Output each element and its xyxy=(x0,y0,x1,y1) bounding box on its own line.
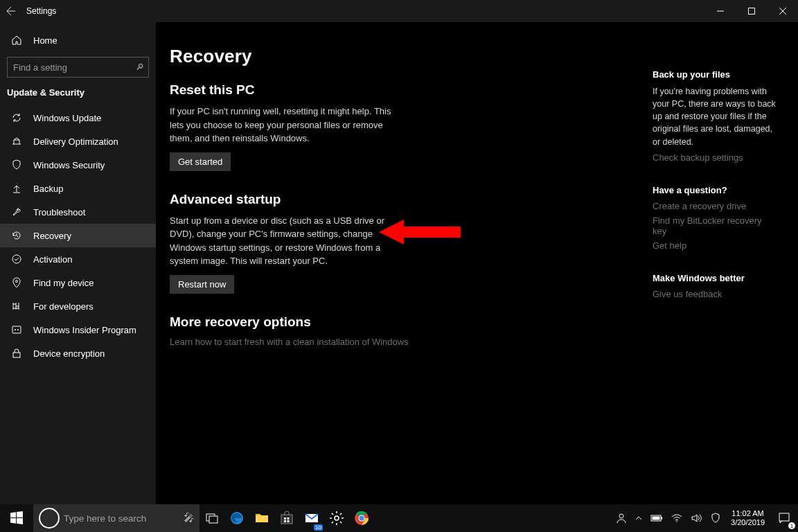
backup-icon xyxy=(11,183,22,194)
sync-icon xyxy=(11,112,22,123)
sidebar-item-label: Troubleshoot xyxy=(33,207,85,218)
svg-rect-3 xyxy=(12,326,21,333)
right-column: Back up your files If you're having prob… xyxy=(653,69,777,321)
mail-badge: 10 xyxy=(314,524,323,531)
sidebar-item-delivery-optimization[interactable]: Delivery Optimization xyxy=(0,130,156,153)
taskbar-app-chrome[interactable] xyxy=(349,504,374,532)
sidebar-item-windows-insider-program[interactable]: Windows Insider Program xyxy=(0,318,156,342)
close-button[interactable] xyxy=(767,0,798,22)
search-input[interactable] xyxy=(13,62,136,73)
battery-icon xyxy=(650,514,663,522)
advanced-text: Start up from a device or disc (such as … xyxy=(170,214,405,268)
sidebar-item-backup[interactable]: Backup xyxy=(0,177,156,200)
question-link[interactable]: Create a recovery drive xyxy=(653,201,777,211)
taskbar: Type here to search 🎤︎ 10 11:02 AM 3/20/… xyxy=(0,504,798,532)
tray-overflow[interactable] xyxy=(631,504,646,532)
tray-battery[interactable] xyxy=(646,504,667,532)
reset-heading: Reset this PC xyxy=(170,82,599,98)
question-link[interactable]: Get help xyxy=(653,240,777,251)
advanced-restart-now-button[interactable]: Restart now xyxy=(170,275,234,294)
sidebar-item-label: Activation xyxy=(33,254,72,265)
question-link[interactable]: Find my BitLocker recovery key xyxy=(653,215,777,236)
settings-window: Settings Home 🔍︎ Update & Security Windo… xyxy=(0,0,798,504)
svg-rect-13 xyxy=(287,517,290,520)
sidebar-nav: Windows Update Delivery Optimization Win… xyxy=(0,106,156,504)
taskview-button[interactable] xyxy=(200,504,224,532)
svg-point-2 xyxy=(16,281,18,283)
windows-icon xyxy=(8,510,25,526)
clock-time: 11:02 AM xyxy=(732,509,763,518)
system-tray: 11:02 AM 3/20/2019 1 xyxy=(612,504,798,532)
developer-icon xyxy=(11,301,22,312)
page-title: Recovery xyxy=(170,46,599,67)
taskbar-app-store[interactable] xyxy=(274,504,299,532)
chrome-icon xyxy=(353,510,370,526)
sidebar-item-label: Delivery Optimization xyxy=(33,136,118,147)
svg-point-25 xyxy=(676,521,677,522)
taskbar-app-mail[interactable]: 10 xyxy=(299,504,324,532)
tray-wifi[interactable] xyxy=(667,504,686,532)
edge-icon xyxy=(229,510,245,526)
question-block: Have a question? Create a recovery drive… xyxy=(653,185,777,251)
mic-icon[interactable]: 🎤︎ xyxy=(179,512,200,524)
feedback-link[interactable]: Give us feedback xyxy=(653,289,777,299)
taskbar-app-settings[interactable] xyxy=(324,504,349,532)
people-icon xyxy=(616,513,627,524)
notification-badge: 1 xyxy=(788,522,795,529)
svg-point-17 xyxy=(335,516,339,520)
home-icon xyxy=(11,35,22,46)
svg-rect-9 xyxy=(209,516,218,523)
sidebar-item-windows-update[interactable]: Windows Update xyxy=(0,106,156,130)
insider-icon xyxy=(11,324,22,335)
window-title: Settings xyxy=(26,6,56,16)
svg-rect-6 xyxy=(13,353,20,357)
tray-security[interactable] xyxy=(706,504,725,532)
svg-point-5 xyxy=(17,329,19,330)
folder-icon xyxy=(254,510,270,526)
titlebar: Settings xyxy=(0,0,798,22)
sidebar-search[interactable]: 🔍︎ xyxy=(7,57,149,78)
svg-rect-23 xyxy=(662,517,663,520)
sidebar-item-recovery[interactable]: Recovery xyxy=(0,224,156,247)
maximize-button[interactable] xyxy=(736,0,767,22)
svg-point-4 xyxy=(15,329,16,330)
location-icon xyxy=(11,277,22,288)
svg-rect-12 xyxy=(284,517,286,520)
sidebar-home[interactable]: Home xyxy=(0,28,156,53)
better-heading: Make Windows better xyxy=(653,273,777,283)
minimize-button[interactable] xyxy=(704,0,736,22)
sidebar-item-label: Device encryption xyxy=(33,348,105,359)
start-button[interactable] xyxy=(0,504,33,532)
taskbar-search[interactable]: Type here to search 🎤︎ xyxy=(33,504,200,532)
tray-clock[interactable]: 11:02 AM 3/20/2019 xyxy=(725,504,770,532)
reset-text: If your PC isn't running well, resetting… xyxy=(170,105,405,145)
sidebar-item-label: Find my device xyxy=(33,278,94,288)
content-area: Recovery Reset this PC If your PC isn't … xyxy=(156,22,798,504)
sidebar-item-troubleshoot[interactable]: Troubleshoot xyxy=(0,200,156,224)
taskbar-app-file-explorer[interactable] xyxy=(249,504,274,532)
sidebar-item-for-developers[interactable]: For developers xyxy=(0,294,156,318)
sidebar-item-find-my-device[interactable]: Find my device xyxy=(0,271,156,294)
cortana-icon xyxy=(39,508,60,529)
backup-settings-link[interactable]: Check backup settings xyxy=(653,152,777,163)
wifi-icon xyxy=(671,513,682,524)
sidebar-item-label: Backup xyxy=(33,184,63,194)
search-icon: 🔍︎ xyxy=(136,62,144,72)
svg-point-20 xyxy=(360,516,364,521)
tray-action-center[interactable]: 1 xyxy=(770,504,798,532)
sidebar-item-device-encryption[interactable]: Device encryption xyxy=(0,342,156,365)
sidebar-item-windows-security[interactable]: Windows Security xyxy=(0,153,156,177)
tray-people[interactable] xyxy=(612,504,631,532)
tray-volume[interactable] xyxy=(686,504,706,532)
svg-point-21 xyxy=(619,514,623,518)
backup-heading: Back up your files xyxy=(653,69,777,80)
taskbar-app-edge[interactable] xyxy=(224,504,249,532)
delivery-icon xyxy=(11,136,22,147)
sidebar-section-heading: Update & Security xyxy=(0,85,156,106)
back-button[interactable] xyxy=(0,0,22,22)
reset-get-started-button[interactable]: Get started xyxy=(170,152,231,171)
sidebar-item-activation[interactable]: Activation xyxy=(0,247,156,271)
svg-rect-26 xyxy=(779,513,789,521)
svg-rect-0 xyxy=(748,8,754,15)
more-clean-install-link[interactable]: Learn how to start fresh with a clean in… xyxy=(170,337,599,347)
